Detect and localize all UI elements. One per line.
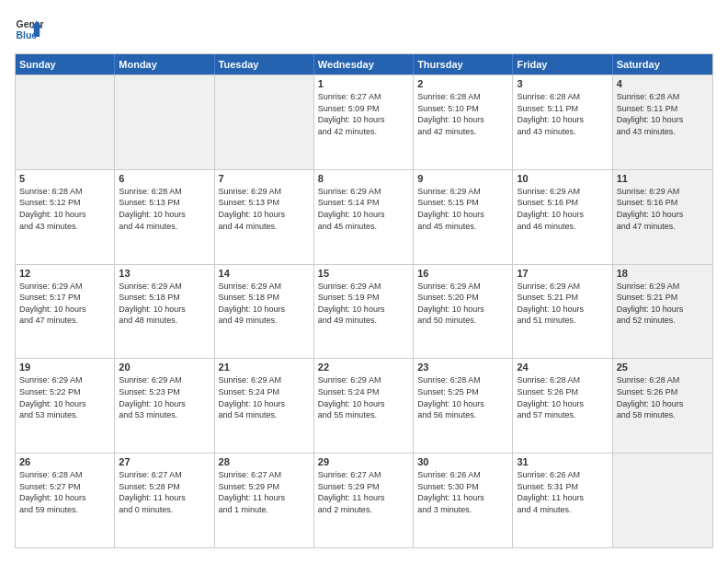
calendar-header: SundayMondayTuesdayWednesdayThursdayFrid… xyxy=(16,54,712,75)
day-info: Sunrise: 6:29 AM Sunset: 5:23 PM Dayligh… xyxy=(119,374,210,420)
day-info: Sunrise: 6:28 AM Sunset: 5:11 PM Dayligh… xyxy=(517,91,608,137)
calendar-cell: 22Sunrise: 6:29 AM Sunset: 5:24 PM Dayli… xyxy=(314,359,414,453)
day-info: Sunrise: 6:29 AM Sunset: 5:15 PM Dayligh… xyxy=(417,186,508,232)
day-info: Sunrise: 6:29 AM Sunset: 5:24 PM Dayligh… xyxy=(318,374,409,420)
day-info: Sunrise: 6:29 AM Sunset: 5:24 PM Dayligh… xyxy=(219,374,310,420)
day-info: Sunrise: 6:28 AM Sunset: 5:10 PM Dayligh… xyxy=(417,91,508,137)
logo-icon: General Blue xyxy=(15,15,44,44)
header-day-wednesday: Wednesday xyxy=(314,54,414,75)
calendar-cell: 14Sunrise: 6:29 AM Sunset: 5:18 PM Dayli… xyxy=(215,265,314,359)
day-number: 1 xyxy=(318,78,409,89)
day-number: 26 xyxy=(19,456,110,467)
day-number: 5 xyxy=(19,173,110,184)
calendar-cell: 16Sunrise: 6:29 AM Sunset: 5:20 PM Dayli… xyxy=(414,265,513,359)
day-number: 22 xyxy=(318,362,409,373)
day-info: Sunrise: 6:29 AM Sunset: 5:13 PM Dayligh… xyxy=(219,186,310,232)
calendar-cell: 27Sunrise: 6:27 AM Sunset: 5:28 PM Dayli… xyxy=(115,454,214,547)
calendar-cell: 31Sunrise: 6:26 AM Sunset: 5:31 PM Dayli… xyxy=(513,454,612,547)
day-number: 25 xyxy=(617,362,709,373)
calendar-cell: 5Sunrise: 6:28 AM Sunset: 5:12 PM Daylig… xyxy=(16,170,115,264)
day-info: Sunrise: 6:28 AM Sunset: 5:26 PM Dayligh… xyxy=(617,374,709,420)
calendar-week-4: 19Sunrise: 6:29 AM Sunset: 5:22 PM Dayli… xyxy=(16,358,712,453)
day-info: Sunrise: 6:29 AM Sunset: 5:21 PM Dayligh… xyxy=(517,281,608,327)
day-number: 16 xyxy=(417,268,508,279)
calendar: SundayMondayTuesdayWednesdayThursdayFrid… xyxy=(15,53,713,548)
calendar-cell: 19Sunrise: 6:29 AM Sunset: 5:22 PM Dayli… xyxy=(16,359,115,453)
calendar-cell: 6Sunrise: 6:28 AM Sunset: 5:13 PM Daylig… xyxy=(115,170,214,264)
calendar-cell xyxy=(16,75,115,169)
day-number: 21 xyxy=(219,362,310,373)
day-info: Sunrise: 6:29 AM Sunset: 5:18 PM Dayligh… xyxy=(119,281,210,327)
day-number: 4 xyxy=(617,78,709,89)
day-number: 19 xyxy=(19,362,110,373)
day-info: Sunrise: 6:27 AM Sunset: 5:29 PM Dayligh… xyxy=(318,469,409,515)
day-number: 14 xyxy=(219,268,310,279)
calendar-week-5: 26Sunrise: 6:28 AM Sunset: 5:27 PM Dayli… xyxy=(16,453,712,547)
calendar-cell xyxy=(115,75,214,169)
header-day-tuesday: Tuesday xyxy=(215,54,314,75)
calendar-cell: 17Sunrise: 6:29 AM Sunset: 5:21 PM Dayli… xyxy=(513,265,612,359)
day-info: Sunrise: 6:29 AM Sunset: 5:19 PM Dayligh… xyxy=(318,281,409,327)
logo: General Blue xyxy=(15,15,44,44)
day-number: 3 xyxy=(517,78,608,89)
day-number: 13 xyxy=(119,268,210,279)
calendar-cell: 20Sunrise: 6:29 AM Sunset: 5:23 PM Dayli… xyxy=(115,359,214,453)
calendar-cell: 15Sunrise: 6:29 AM Sunset: 5:19 PM Dayli… xyxy=(314,265,414,359)
calendar-cell: 8Sunrise: 6:29 AM Sunset: 5:14 PM Daylig… xyxy=(314,170,414,264)
header-day-saturday: Saturday xyxy=(613,54,712,75)
day-number: 29 xyxy=(318,456,409,467)
day-info: Sunrise: 6:28 AM Sunset: 5:13 PM Dayligh… xyxy=(119,186,210,232)
calendar-cell: 28Sunrise: 6:27 AM Sunset: 5:29 PM Dayli… xyxy=(215,454,314,547)
day-info: Sunrise: 6:29 AM Sunset: 5:14 PM Dayligh… xyxy=(318,186,409,232)
day-info: Sunrise: 6:29 AM Sunset: 5:21 PM Dayligh… xyxy=(617,281,709,327)
day-info: Sunrise: 6:28 AM Sunset: 5:26 PM Dayligh… xyxy=(517,374,608,420)
header-day-monday: Monday xyxy=(115,54,214,75)
day-info: Sunrise: 6:29 AM Sunset: 5:17 PM Dayligh… xyxy=(19,281,110,327)
calendar-week-2: 5Sunrise: 6:28 AM Sunset: 5:12 PM Daylig… xyxy=(16,169,712,264)
day-info: Sunrise: 6:29 AM Sunset: 5:20 PM Dayligh… xyxy=(417,281,508,327)
header-day-sunday: Sunday xyxy=(16,54,115,75)
day-number: 24 xyxy=(517,362,608,373)
day-number: 18 xyxy=(617,268,709,279)
day-info: Sunrise: 6:29 AM Sunset: 5:18 PM Dayligh… xyxy=(219,281,310,327)
day-info: Sunrise: 6:29 AM Sunset: 5:16 PM Dayligh… xyxy=(617,186,709,232)
day-number: 31 xyxy=(517,456,608,467)
day-number: 2 xyxy=(417,78,508,89)
day-info: Sunrise: 6:26 AM Sunset: 5:31 PM Dayligh… xyxy=(517,469,608,515)
calendar-cell: 2Sunrise: 6:28 AM Sunset: 5:10 PM Daylig… xyxy=(414,75,513,169)
header-day-friday: Friday xyxy=(513,54,612,75)
day-number: 28 xyxy=(219,456,310,467)
day-number: 11 xyxy=(617,173,709,184)
calendar-cell: 9Sunrise: 6:29 AM Sunset: 5:15 PM Daylig… xyxy=(414,170,513,264)
day-info: Sunrise: 6:28 AM Sunset: 5:25 PM Dayligh… xyxy=(417,374,508,420)
calendar-cell: 1Sunrise: 6:27 AM Sunset: 5:09 PM Daylig… xyxy=(314,75,414,169)
calendar-week-3: 12Sunrise: 6:29 AM Sunset: 5:17 PM Dayli… xyxy=(16,264,712,359)
calendar-cell: 25Sunrise: 6:28 AM Sunset: 5:26 PM Dayli… xyxy=(613,359,712,453)
calendar-cell: 7Sunrise: 6:29 AM Sunset: 5:13 PM Daylig… xyxy=(215,170,314,264)
calendar-cell: 18Sunrise: 6:29 AM Sunset: 5:21 PM Dayli… xyxy=(613,265,712,359)
day-info: Sunrise: 6:29 AM Sunset: 5:16 PM Dayligh… xyxy=(517,186,608,232)
day-number: 8 xyxy=(318,173,409,184)
day-number: 12 xyxy=(19,268,110,279)
day-number: 15 xyxy=(318,268,409,279)
day-number: 20 xyxy=(119,362,210,373)
calendar-cell: 3Sunrise: 6:28 AM Sunset: 5:11 PM Daylig… xyxy=(513,75,612,169)
calendar-cell: 21Sunrise: 6:29 AM Sunset: 5:24 PM Dayli… xyxy=(215,359,314,453)
day-info: Sunrise: 6:27 AM Sunset: 5:09 PM Dayligh… xyxy=(318,91,409,137)
day-info: Sunrise: 6:28 AM Sunset: 5:12 PM Dayligh… xyxy=(19,186,110,232)
day-info: Sunrise: 6:27 AM Sunset: 5:28 PM Dayligh… xyxy=(119,469,210,515)
day-number: 10 xyxy=(517,173,608,184)
calendar-cell xyxy=(215,75,314,169)
calendar-cell: 30Sunrise: 6:26 AM Sunset: 5:30 PM Dayli… xyxy=(414,454,513,547)
day-number: 23 xyxy=(417,362,508,373)
calendar-cell xyxy=(613,454,712,547)
header-day-thursday: Thursday xyxy=(414,54,513,75)
day-info: Sunrise: 6:29 AM Sunset: 5:22 PM Dayligh… xyxy=(19,374,110,420)
day-number: 17 xyxy=(517,268,608,279)
calendar-cell: 4Sunrise: 6:28 AM Sunset: 5:11 PM Daylig… xyxy=(613,75,712,169)
calendar-cell: 13Sunrise: 6:29 AM Sunset: 5:18 PM Dayli… xyxy=(115,265,214,359)
page-header: General Blue xyxy=(15,15,713,44)
calendar-cell: 12Sunrise: 6:29 AM Sunset: 5:17 PM Dayli… xyxy=(16,265,115,359)
calendar-body: 1Sunrise: 6:27 AM Sunset: 5:09 PM Daylig… xyxy=(16,75,712,547)
day-number: 6 xyxy=(119,173,210,184)
